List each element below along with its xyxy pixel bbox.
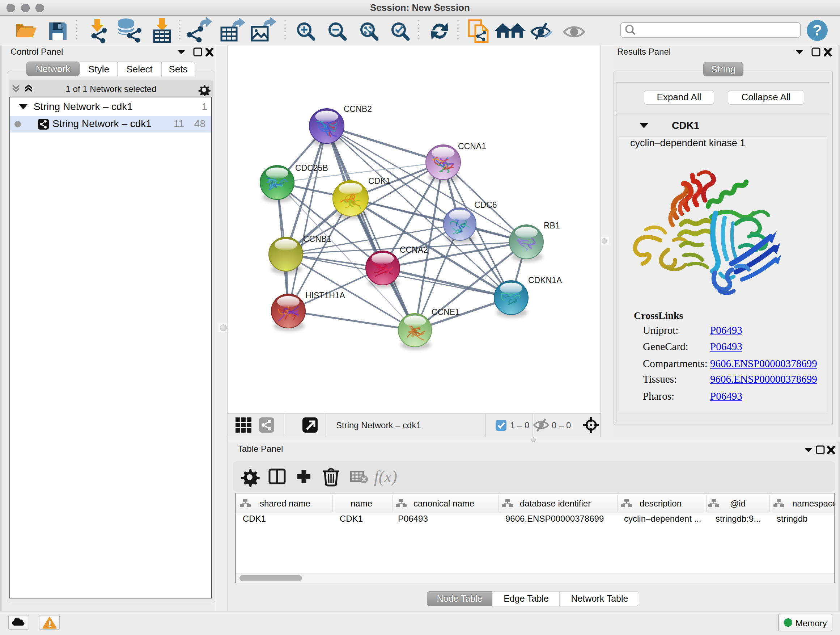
svg-text:database identifier: database identifier [520,499,591,508]
svg-text:RB1: RB1 [544,221,560,230]
svg-text:shared name: shared name [260,499,310,508]
svg-text:CCNB1: CCNB1 [303,234,332,244]
svg-text:f(x): f(x) [374,467,397,486]
svg-text:canonical name: canonical name [414,499,474,508]
svg-text:String Network – cdk1: String Network – cdk1 [336,420,421,430]
svg-text:name: name [351,499,372,508]
svg-text:CDC6: CDC6 [474,200,497,210]
svg-text:?: ? [813,22,822,39]
svg-text:namespace: namespace [792,499,834,508]
svg-text:CCNE1: CCNE1 [431,307,460,317]
svg-text:HIST1H1A: HIST1H1A [305,291,346,300]
svg-text:CDKN1A: CDKN1A [528,276,562,285]
svg-text:CCNA2: CCNA2 [400,245,428,255]
svg-text:CCNB2: CCNB2 [344,104,372,114]
svg-text:CCNA1: CCNA1 [458,141,486,151]
svg-text:0 – 0: 0 – 0 [552,420,571,430]
svg-text:CDC25B: CDC25B [295,163,328,173]
svg-text:1 – 0: 1 – 0 [510,420,529,430]
svg-text:description: description [639,499,682,508]
svg-text:@id: @id [730,499,745,508]
svg-text:CDK1: CDK1 [368,176,390,186]
